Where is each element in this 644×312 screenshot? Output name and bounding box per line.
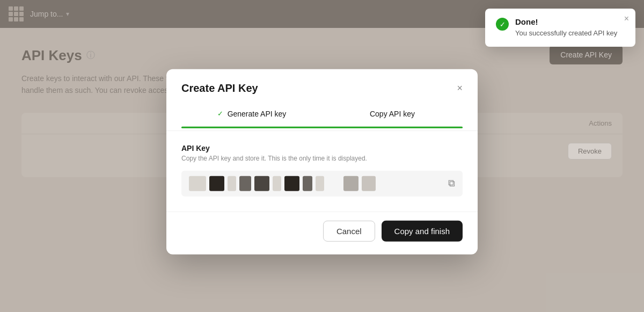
create-api-key-modal: Create API Key × ✓ Generate API key Copy… (166, 69, 478, 254)
modal-title: Create API Key (181, 82, 258, 94)
steps-container: ✓ Generate API key Copy API key (166, 105, 478, 128)
key-block (228, 176, 236, 191)
api-key-label: API Key (181, 143, 463, 152)
modal-close-button[interactable]: × (457, 83, 463, 93)
step-generate: ✓ Generate API key (181, 105, 322, 122)
key-block (327, 176, 340, 191)
key-block (316, 176, 324, 191)
key-block (189, 176, 206, 191)
steps-row: ✓ Generate API key Copy API key (181, 105, 463, 122)
api-key-blocks (189, 176, 444, 191)
key-block (254, 176, 269, 191)
step-copy-label: Copy API key (370, 109, 415, 118)
key-block (239, 176, 251, 191)
key-block (343, 176, 358, 191)
cancel-button[interactable]: Cancel (323, 220, 375, 241)
key-block (209, 176, 224, 191)
modal-header: Create API Key × (166, 69, 478, 105)
success-toast: ✓ Done! You successfully created API key… (485, 9, 635, 47)
key-block (303, 176, 312, 191)
key-block (273, 176, 281, 191)
api-key-sublabel: Copy the API key and store it. This is t… (181, 154, 463, 162)
key-block (362, 176, 376, 191)
step-copy: Copy API key (322, 105, 463, 122)
api-key-section: API Key Copy the API key and store it. T… (166, 130, 478, 211)
toast-body: You successfully created API key (515, 28, 617, 38)
key-block (284, 176, 299, 191)
copy-and-finish-button[interactable]: Copy and finish (382, 220, 463, 241)
copy-to-clipboard-icon[interactable]: ⧉ (448, 178, 455, 189)
checkmark-icon: ✓ (500, 20, 506, 28)
toast-close-button[interactable]: × (624, 14, 629, 24)
toast-title: Done! (515, 17, 617, 26)
toast-success-icon: ✓ (496, 18, 509, 31)
toast-content: Done! You successfully created API key (515, 17, 617, 38)
step-check-icon: ✓ (217, 110, 223, 118)
steps-progress-fill (181, 126, 463, 128)
step-generate-label: Generate API key (228, 109, 287, 118)
modal-footer: Cancel Copy and finish (166, 211, 478, 254)
steps-progress-bar-container (181, 126, 463, 128)
api-key-display: ⧉ (181, 170, 463, 196)
